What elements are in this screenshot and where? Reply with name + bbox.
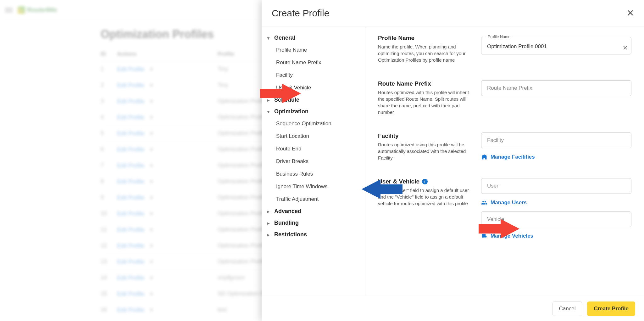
svg-marker-1 bbox=[362, 179, 402, 199]
create-profile-drawer: Create Profile ✕ ▾ General Profile Name … bbox=[262, 0, 644, 321]
nav-item-traffic-adjustment[interactable]: Traffic Adjustment bbox=[265, 193, 362, 206]
drawer-side-nav: ▾ General Profile Name Route Name Prefix… bbox=[262, 26, 365, 296]
link-label: Manage Users bbox=[491, 200, 527, 206]
nav-item-ignore-time-windows[interactable]: Ignore Time Windows bbox=[265, 180, 362, 193]
nav-item-sequence-optimization[interactable]: Sequence Optimization bbox=[265, 117, 362, 130]
nav-section-advanced[interactable]: ▸ Advanced bbox=[265, 206, 362, 217]
drawer-header: Create Profile ✕ bbox=[262, 0, 644, 26]
manage-facilities-link[interactable]: Manage Facilities bbox=[481, 154, 631, 160]
chevron-right-icon: ▸ bbox=[267, 221, 272, 226]
field-facility: Facility Routes optimized using this pro… bbox=[378, 132, 631, 161]
nav-item-start-location[interactable]: Start Location bbox=[265, 130, 362, 143]
field-desc: Routes optimized with this profile will … bbox=[378, 89, 471, 115]
nav-label: Advanced bbox=[274, 208, 301, 215]
chevron-right-icon: ▸ bbox=[267, 209, 272, 214]
nav-label: Bundling bbox=[274, 220, 299, 226]
field-title: Route Name Prefix bbox=[378, 80, 471, 87]
nav-section-bundling[interactable]: ▸ Bundling bbox=[265, 217, 362, 229]
field-route-name-prefix: Route Name Prefix Routes optimized with … bbox=[378, 80, 631, 115]
field-title: Facility bbox=[378, 132, 471, 139]
chevron-down-icon: ▾ bbox=[267, 36, 272, 41]
info-icon[interactable]: i bbox=[422, 179, 428, 184]
close-icon[interactable]: ✕ bbox=[627, 9, 634, 18]
nav-label: Restrictions bbox=[274, 231, 307, 238]
route-prefix-input-wrap bbox=[481, 80, 631, 96]
nav-item-business-rules[interactable]: Business Rules bbox=[265, 168, 362, 180]
nav-item-facility[interactable]: Facility bbox=[265, 69, 362, 82]
facility-input-wrap bbox=[481, 132, 631, 148]
facility-input[interactable] bbox=[481, 133, 631, 148]
user-input-wrap bbox=[481, 178, 631, 194]
annotation-arrow-blue-icon bbox=[362, 179, 402, 199]
create-profile-button[interactable]: Create Profile bbox=[587, 301, 635, 316]
cancel-button[interactable]: Cancel bbox=[552, 301, 582, 316]
profile-name-input[interactable] bbox=[481, 39, 631, 54]
nav-section-general[interactable]: ▾ General bbox=[265, 32, 362, 44]
user-input[interactable] bbox=[481, 178, 631, 194]
nav-item-route-end[interactable]: Route End bbox=[265, 143, 362, 155]
field-title: Profile Name bbox=[378, 35, 471, 42]
svg-marker-0 bbox=[260, 84, 301, 103]
annotation-arrow-red-2-icon bbox=[479, 219, 519, 239]
nav-section-restrictions[interactable]: ▸ Restrictions bbox=[265, 229, 362, 240]
building-icon bbox=[481, 154, 487, 160]
chevron-down-icon: ▾ bbox=[267, 109, 272, 114]
field-profile-name: Profile Name Name the profile. When plan… bbox=[378, 35, 631, 63]
manage-users-link[interactable]: Manage Users bbox=[481, 200, 631, 206]
nav-label: Optimization bbox=[274, 108, 308, 115]
input-legend: Profile Name bbox=[486, 35, 512, 39]
users-icon bbox=[481, 200, 487, 206]
drawer-title: Create Profile bbox=[272, 8, 329, 19]
link-label: Manage Facilities bbox=[491, 154, 535, 160]
annotation-arrow-red-1-icon bbox=[260, 84, 301, 103]
nav-item-driver-breaks[interactable]: Driver Breaks bbox=[265, 155, 362, 168]
nav-label: General bbox=[274, 35, 295, 41]
field-desc: Name the profile. When planning and opti… bbox=[378, 43, 471, 63]
drawer-content: Profile Name Name the profile. When plan… bbox=[365, 26, 644, 296]
nav-section-optimization[interactable]: ▾ Optimization bbox=[265, 106, 362, 117]
route-prefix-input[interactable] bbox=[481, 81, 631, 96]
profile-name-input-wrap: Profile Name ✕ bbox=[481, 35, 631, 54]
clear-icon[interactable]: ✕ bbox=[623, 44, 628, 52]
nav-item-profile-name[interactable]: Profile Name bbox=[265, 44, 362, 56]
nav-item-route-name-prefix[interactable]: Route Name Prefix bbox=[265, 56, 362, 69]
field-desc: Routes optimized using this profile will… bbox=[378, 141, 471, 161]
drawer-footer: Cancel Create Profile bbox=[262, 296, 644, 321]
chevron-right-icon: ▸ bbox=[267, 232, 272, 237]
svg-marker-2 bbox=[479, 219, 519, 239]
